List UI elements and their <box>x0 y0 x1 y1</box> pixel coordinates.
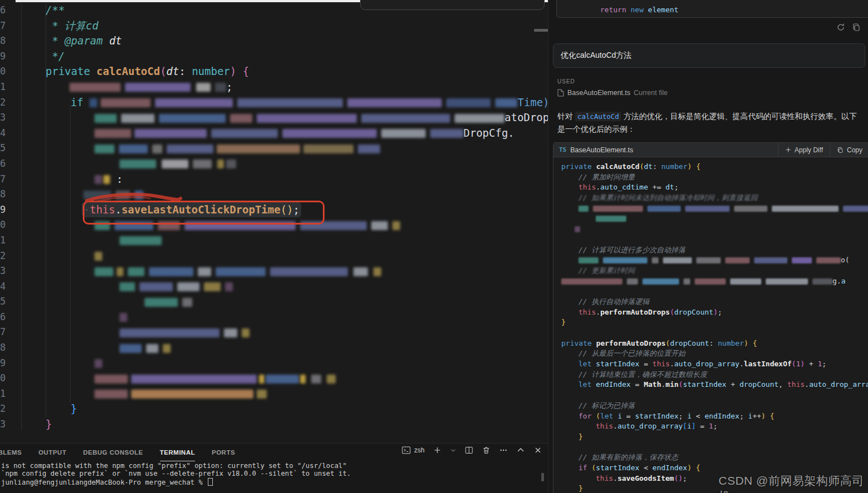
redacted-code <box>361 114 450 123</box>
code-token: for <box>578 412 596 420</box>
code-token: endIndex <box>596 380 631 389</box>
code-line: // 如果累计时间未达到自动掉落冷却时间，则直接返回 <box>561 193 868 203</box>
used-file-row[interactable]: BaseAutoElement.ts Current file <box>557 89 667 97</box>
panel-tab-ports[interactable]: PORTS <box>212 444 235 461</box>
redacted-code <box>204 282 221 291</box>
code-token: calcAutoCd <box>97 65 160 77</box>
code-token: lastIndexOf <box>744 360 791 368</box>
redacted-code <box>353 267 368 276</box>
redacted-code <box>695 278 726 285</box>
assistant-paragraph: 针对 calcAutoCd 方法的优化，目标是简化逻辑、提高代码的可读性和执行效… <box>557 110 862 136</box>
code-line: // 累加时间增量 <box>561 172 868 183</box>
redacted-code <box>347 98 442 107</box>
redacted-code <box>94 175 102 184</box>
code-line <box>0 279 548 295</box>
code-token: calcAutoCd <box>596 162 640 171</box>
more-actions-button[interactable] <box>499 446 508 455</box>
code-token: dt <box>109 34 122 47</box>
close-panel-button[interactable] <box>533 446 542 455</box>
terminal-shell-chip[interactable]: zsh <box>402 446 425 455</box>
redacted-code <box>696 257 721 263</box>
redacted-code <box>593 206 643 212</box>
code-token: ; <box>740 412 749 420</box>
code-line: // 如果有新的掉落，保存状态 <box>561 452 868 463</box>
code-token: let <box>578 380 596 389</box>
editor-pane[interactable]: 6789012345678901234567890123 /** * 计算cd … <box>0 0 548 443</box>
code-token: ( <box>160 65 166 77</box>
code-token: ( <box>640 162 644 171</box>
redacted-code <box>94 114 117 123</box>
redacted-code <box>211 129 278 138</box>
terminal-prompt-icon <box>402 446 411 455</box>
kill-terminal-button[interactable] <box>482 446 491 455</box>
code-token: ) { <box>687 162 700 171</box>
split-terminal-button[interactable] <box>465 446 473 455</box>
code-token: : <box>179 65 192 77</box>
code-token: o( <box>841 256 850 264</box>
redacted-code <box>101 98 151 107</box>
vscode-window: 6789012345678901234567890123 /** * 计算cd … <box>0 0 868 493</box>
code-line: } <box>561 317 868 328</box>
apply-diff-button[interactable]: Apply Diff <box>778 143 830 157</box>
redacted-code <box>217 160 224 168</box>
code-line: } <box>0 401 548 417</box>
code-token: number <box>192 65 230 77</box>
code-token: . <box>596 308 600 316</box>
code-token: // 累加时间增量 <box>578 173 635 181</box>
regenerate-icon[interactable] <box>836 23 845 32</box>
code-line: // 计算可以进行多少次自动掉落 <box>561 245 868 256</box>
code-line <box>0 141 548 156</box>
user-message-text: 优化calcAutoCd方法 <box>561 51 632 61</box>
code-line: if (startIndex < endIndex) { <box>561 463 868 474</box>
redacted-code <box>94 267 113 276</box>
editor-scrollbar-thumb[interactable] <box>534 29 548 32</box>
code-token: dt <box>644 162 653 171</box>
user-message-bubble[interactable]: 优化calcAutoCd方法 <box>553 43 865 68</box>
redacted-code <box>119 344 142 353</box>
redacted-code <box>94 375 128 384</box>
code-token: dt <box>666 183 675 191</box>
redacted-code <box>144 298 178 307</box>
panel-tab-problems[interactable]: PROBLEMS <box>0 444 22 461</box>
code-line: // 更新累计时间 <box>561 266 868 276</box>
redacted-code <box>381 129 426 138</box>
code-token: atoDropCf <box>505 111 548 123</box>
code-line: private calcAutoCd(dt: number) { <box>561 162 868 172</box>
panel-tab-output[interactable]: OUTPUT <box>38 444 66 461</box>
terminal-dropdown-chevron[interactable] <box>450 446 456 455</box>
red-scribble-annotation <box>84 191 183 205</box>
terminal-output[interactable]: is not compatible with the npm config "p… <box>1 462 535 486</box>
redacted-code <box>734 206 767 212</box>
code-token: private <box>561 339 596 347</box>
panel-tab-debug-console[interactable]: DEBUG CONSOLE <box>83 444 143 461</box>
code-line <box>0 310 548 325</box>
copy-response-icon[interactable] <box>852 23 861 32</box>
redacted-code <box>596 216 626 222</box>
code-token: () <box>674 474 683 482</box>
code-token: ) <box>800 360 805 368</box>
terminal-scrollbar-thumb[interactable] <box>541 473 544 481</box>
panel-tab-terminal[interactable]: TERMINAL <box>160 444 195 461</box>
inline-code-ref[interactable]: calcAutoCd <box>575 112 621 121</box>
code-token: this <box>652 360 670 368</box>
code-token: * @param <box>46 34 109 47</box>
code-line: atoDropCf <box>0 110 548 126</box>
redacted-code <box>152 145 162 153</box>
redacted-code <box>134 129 207 138</box>
maximize-panel-button[interactable] <box>516 446 525 455</box>
code-token: ( <box>679 380 683 389</box>
code-card-body[interactable]: private calcAutoCd(dt: number) {// 累加时间增… <box>553 157 868 493</box>
code-token: this <box>578 308 596 316</box>
code-token: number <box>718 339 744 347</box>
redacted-code <box>103 175 110 184</box>
code-line <box>561 442 868 453</box>
code-token: endIndex <box>652 464 687 472</box>
code-line: let startIndex = this.auto_drop_array.la… <box>561 359 868 370</box>
redacted-code <box>119 328 220 337</box>
new-terminal-button[interactable] <box>433 446 442 455</box>
code-line <box>0 340 548 356</box>
code-token: dropCount <box>740 380 779 389</box>
copy-code-button[interactable]: Copy <box>830 143 868 157</box>
redacted-code <box>94 145 114 153</box>
code-line <box>0 187 548 202</box>
